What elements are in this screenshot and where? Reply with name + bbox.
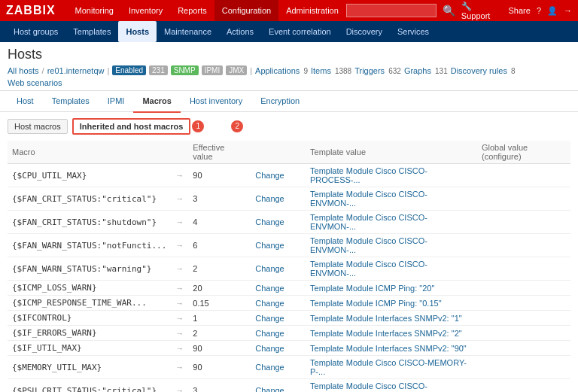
share-link[interactable]: Share (509, 6, 531, 15)
change-cell[interactable]: Change (251, 296, 306, 311)
template-link[interactable]: Template Module ICMP Ping: "20" (310, 284, 434, 293)
effective-value-cell: 20 (188, 281, 251, 296)
template-value-cell: Template Module Interfaces SNMPv2: "90" (306, 341, 477, 356)
table-row: {$FAN_WARN_STATUS:"notFuncti...→6ChangeT… (8, 234, 570, 257)
change-link[interactable]: Change (255, 284, 284, 293)
template-value-cell: Template Module Cisco CISCO-ENVMON-... (306, 379, 477, 393)
nav-host-groups[interactable]: Host groups (6, 21, 65, 42)
macro-name-cell: {$ICMP_LOSS_WARN} (8, 281, 171, 296)
tabs-row: Host Templates IPMI Macros Host inventor… (0, 91, 578, 112)
template-link[interactable]: Template Module Cisco CISCO-MEMORY-P-... (310, 358, 467, 376)
change-cell[interactable]: Change (251, 326, 306, 341)
change-link[interactable]: Change (255, 217, 284, 226)
tab-host-inventory[interactable]: Host inventory (181, 90, 251, 113)
search-input[interactable] (346, 4, 437, 17)
effective-value-cell: 3 (188, 379, 251, 393)
tab-ipmi[interactable]: IPMI (99, 90, 134, 113)
template-link[interactable]: Template Module Interfaces SNMPv2: "2" (310, 329, 462, 338)
change-link[interactable]: Change (255, 241, 284, 250)
effective-value-cell: 90 (188, 341, 251, 356)
nav-configuration[interactable]: Configuration (214, 0, 278, 21)
filter-graphs[interactable]: Graphs 131 (404, 66, 448, 75)
change-link[interactable]: Change (255, 194, 284, 203)
template-value-cell: Template Module Cisco CISCO-ENVMON-... (306, 257, 477, 281)
tab-templates[interactable]: Templates (43, 90, 99, 113)
filter-host-link[interactable]: re01.internetqw (47, 66, 105, 75)
filter-applications[interactable]: Applications 9 (255, 66, 308, 75)
filter-snmp[interactable]: SNMP (171, 65, 199, 75)
template-link[interactable]: Template Module Interfaces SNMPv2: "90" (310, 344, 467, 353)
page-header: Hosts All hosts / re01.internetqw | Enab… (0, 42, 578, 91)
change-link[interactable]: Change (255, 363, 284, 372)
badge-1: 1 (192, 120, 204, 132)
search-icon[interactable]: 🔍 (443, 5, 455, 17)
change-cell[interactable]: Change (251, 257, 306, 281)
nav-templates[interactable]: Templates (65, 21, 118, 42)
tab-encryption[interactable]: Encryption (251, 90, 309, 113)
filter-jmx[interactable]: JMX (226, 65, 247, 75)
inherited-macros-tab[interactable]: Inherited and host macros (72, 118, 191, 135)
change-link[interactable]: Change (255, 329, 284, 338)
change-link[interactable]: Change (255, 171, 284, 180)
nav-services[interactable]: Services (390, 21, 437, 42)
template-link[interactable]: Template Module ICMP Ping: "0.15" (310, 299, 442, 308)
change-cell[interactable]: Change (251, 164, 306, 187)
nav-actions[interactable]: Actions (219, 21, 261, 42)
arrow-cell: → (171, 296, 188, 311)
change-link[interactable]: Change (255, 386, 284, 392)
top-nav: ZABBIX Monitoring Inventory Reports Conf… (0, 0, 578, 21)
tab-host[interactable]: Host (8, 90, 43, 113)
template-link[interactable]: Template Module Cisco CISCO-ENVMON-... (310, 260, 427, 278)
template-link[interactable]: Template Module Cisco CISCO-ENVMON-... (310, 190, 427, 208)
host-macros-tab[interactable]: Host macros (8, 119, 68, 134)
table-row: {$ICMP_RESPONSE_TIME_WAR...→0.15ChangeTe… (8, 296, 570, 311)
nav-maintenance[interactable]: Maintenance (157, 21, 219, 42)
template-value-cell: Template Module ICMP Ping: "0.15" (306, 296, 477, 311)
table-row: {$FAN_CRIT_STATUS:"critical"}→3ChangeTem… (8, 187, 570, 211)
change-cell[interactable]: Change (251, 379, 306, 393)
template-link[interactable]: Template Module Cisco CISCO-ENVMON-... (310, 381, 427, 392)
change-cell[interactable]: Change (251, 356, 306, 379)
macro-name-cell: {$FAN_CRIT_STATUS:"critical"} (8, 187, 171, 211)
support-link[interactable]: 🔧 Support (461, 2, 503, 20)
filter-discovery[interactable]: Discovery rules 8 (451, 66, 516, 75)
nav-event-correlation[interactable]: Event correlation (261, 21, 339, 42)
change-cell[interactable]: Change (251, 311, 306, 326)
filter-items[interactable]: Items 1388 (311, 66, 351, 75)
template-link[interactable]: Template Module Interfaces SNMPv2: "1" (310, 314, 462, 323)
filter-ipmi[interactable]: IPMI (202, 65, 224, 75)
macro-name-cell: {$CPU_UTIL_MAX} (8, 164, 171, 187)
change-link[interactable]: Change (255, 299, 284, 308)
change-cell[interactable]: Change (251, 211, 306, 234)
change-cell[interactable]: Change (251, 187, 306, 211)
filter-enabled[interactable]: Enabled (112, 65, 146, 75)
user-icon[interactable]: 👤 (547, 6, 558, 16)
change-link[interactable]: Change (255, 344, 284, 353)
template-link[interactable]: Template Module Cisco CISCO-ENVMON-... (310, 213, 427, 231)
second-nav: Host groups Templates Hosts Maintenance … (0, 21, 578, 42)
nav-inventory[interactable]: Inventory (121, 0, 170, 21)
tab-macros[interactable]: Macros (133, 90, 181, 113)
template-link[interactable]: Template Module Cisco CISCO-PROCESS-... (310, 166, 427, 184)
template-link[interactable]: Template Module Cisco CISCO-ENVMON-... (310, 236, 427, 254)
filter-web[interactable]: Web scenarios (8, 78, 62, 87)
arrow-cell: → (171, 326, 188, 341)
page-title: Hosts (8, 47, 570, 62)
change-link[interactable]: Change (255, 264, 284, 273)
nav-monitoring[interactable]: Monitoring (68, 0, 121, 21)
content-area: Host macros Inherited and host macros 1 … (0, 112, 578, 392)
help-link[interactable]: ? (537, 6, 541, 15)
filter-count[interactable]: 231 (149, 65, 168, 75)
nav-reports[interactable]: Reports (170, 0, 214, 21)
change-cell[interactable]: Change (251, 281, 306, 296)
filter-triggers[interactable]: Triggers 632 (354, 66, 401, 75)
filter-all-hosts[interactable]: All hosts (8, 66, 39, 75)
table-row: {$ICMP_LOSS_WARN}→20ChangeTemplate Modul… (8, 281, 570, 296)
nav-hosts[interactable]: Hosts (118, 21, 157, 42)
nav-discovery[interactable]: Discovery (339, 21, 390, 42)
nav-administration[interactable]: Administration (278, 0, 346, 21)
change-cell[interactable]: Change (251, 234, 306, 257)
logout-icon[interactable]: → (564, 6, 572, 15)
change-link[interactable]: Change (255, 314, 284, 323)
change-cell[interactable]: Change (251, 341, 306, 356)
